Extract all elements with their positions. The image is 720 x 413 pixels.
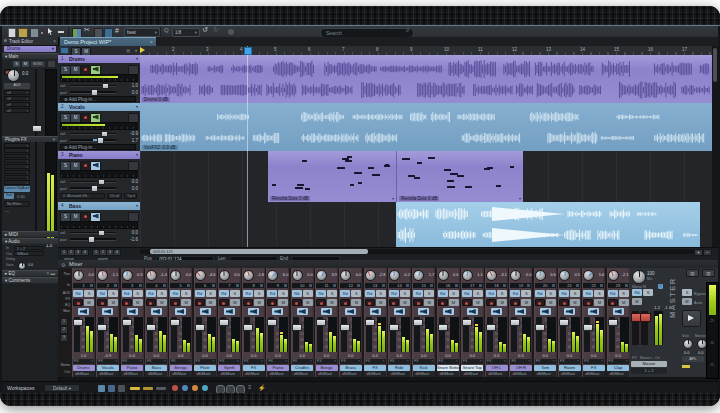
master-volume-knob[interactable] bbox=[632, 270, 646, 284]
mute-button[interactable]: M bbox=[278, 299, 288, 306]
record-button[interactable] bbox=[608, 299, 618, 306]
monitor-speaker-button[interactable] bbox=[321, 308, 332, 315]
chevron-down-icon[interactable]: ▾ bbox=[136, 56, 138, 61]
monitor-speaker-icon[interactable] bbox=[90, 65, 101, 75]
zoom-out-button[interactable]: − bbox=[703, 249, 712, 256]
mute-button[interactable]: M bbox=[157, 299, 167, 306]
clear-icon[interactable]: × bbox=[528, 359, 530, 364]
monitor-speaker-button[interactable] bbox=[102, 308, 113, 315]
section-main-header[interactable]: ▾ Main bbox=[2, 53, 58, 59]
fx-slot[interactable]: ×FX bbox=[243, 359, 264, 364]
mixer-channel-strip[interactable]: -3.1 18 Rd S M 05102040 0.0 ×FX OH L ◂St… bbox=[485, 268, 508, 377]
pan-slider[interactable]: pan1.7 bbox=[58, 137, 140, 143]
section-comments-header[interactable]: ▾ Comments bbox=[2, 277, 58, 283]
monitor-speaker-button[interactable] bbox=[613, 308, 624, 315]
fader-track[interactable] bbox=[220, 317, 226, 352]
range-bar-icon[interactable] bbox=[130, 387, 140, 390]
volume-knob[interactable] bbox=[7, 69, 20, 82]
open-folder-icon[interactable] bbox=[18, 28, 28, 38]
marker-red-icon[interactable] bbox=[172, 385, 178, 391]
monitor-speaker-button[interactable] bbox=[467, 308, 478, 315]
fader-track[interactable] bbox=[341, 317, 347, 352]
mute-button[interactable]: M bbox=[594, 299, 604, 306]
transpose-box[interactable]: Trp 0 bbox=[124, 193, 137, 199]
master-name-tag[interactable]: Master bbox=[631, 361, 667, 367]
fader-track[interactable] bbox=[511, 317, 517, 352]
fader-track[interactable] bbox=[244, 317, 250, 352]
plugin-slot[interactable] bbox=[4, 164, 30, 169]
record-button[interactable] bbox=[583, 299, 593, 306]
play-button[interactable] bbox=[682, 310, 701, 327]
monitor-speaker-button[interactable] bbox=[443, 308, 454, 315]
read-automation-button[interactable]: Rd bbox=[219, 290, 229, 297]
output-bus[interactable]: ◂StMast bbox=[243, 371, 265, 377]
fx-slot[interactable]: ×FX bbox=[438, 359, 459, 364]
fx-slot[interactable]: ×FX bbox=[73, 359, 94, 364]
fx-slot[interactable]: ×FX bbox=[170, 359, 191, 364]
read-automation-button[interactable]: Rd bbox=[535, 290, 545, 297]
workspaces-label[interactable]: Workspaces bbox=[7, 385, 34, 391]
pan-slider[interactable]: pan0.0 bbox=[58, 185, 140, 191]
track-title-bar[interactable]: 4 Bass ▾ bbox=[58, 202, 140, 210]
pan-fader-track[interactable] bbox=[35, 69, 37, 237]
help-icon[interactable] bbox=[228, 29, 234, 35]
mixer-channel-strip[interactable]: -2.1 23 Rd S M 05102040 0.0 ×FX Clap ◂St… bbox=[607, 268, 630, 377]
solo-button[interactable]: S bbox=[206, 290, 216, 297]
fx-slot[interactable]: ×FX bbox=[195, 359, 216, 364]
solo-button[interactable]: S bbox=[521, 290, 531, 297]
mixer-channel-strip[interactable]: 6.0 9 Rd S M 05102040 0.0 ×FX Piano ◂StM… bbox=[266, 268, 289, 377]
track-editor-toggle-icon[interactable] bbox=[60, 47, 69, 54]
auto-label[interactable]: Auto bbox=[694, 300, 702, 305]
bass-lane[interactable] bbox=[140, 202, 712, 247]
fx-slot[interactable]: ×FX bbox=[462, 359, 483, 364]
solo-button[interactable]: S bbox=[473, 290, 483, 297]
track-row-vocals[interactable]: 2 Vocals ▾ S M vol-0.9 pan1.7 ⊕ Add Plug… bbox=[58, 103, 140, 152]
section-eq-header[interactable]: ▸ EQ× ▬ bbox=[2, 270, 58, 276]
redo-icon[interactable]: ↻ bbox=[213, 26, 219, 34]
draw-tool-icon[interactable] bbox=[58, 31, 64, 33]
section-midi-header[interactable]: ▸ MIDI bbox=[2, 231, 58, 237]
zoom-in-button[interactable]: + bbox=[694, 249, 703, 256]
fader-track[interactable] bbox=[487, 317, 493, 352]
read-automation-button[interactable]: Rd bbox=[195, 290, 205, 297]
channel-name-tag[interactable]: Tom bbox=[534, 365, 556, 371]
fx-slot[interactable]: ×FX bbox=[389, 359, 410, 364]
monitor-solo-button[interactable]: S bbox=[682, 289, 692, 296]
mixer-channel-strip[interactable]: 0.6 20 Rd S M 05102040 0.0 ×FX Tom ◂StMa… bbox=[534, 268, 557, 377]
solo-button[interactable]: S bbox=[13, 61, 20, 67]
list-icon[interactable]: ≡ bbox=[248, 384, 252, 390]
bass-clip[interactable] bbox=[396, 202, 700, 247]
chevron-down-icon[interactable]: ▾ bbox=[136, 203, 138, 208]
range-preset-button[interactable]: 4 bbox=[81, 249, 89, 256]
channel-name-tag[interactable]: FX bbox=[364, 365, 386, 371]
mixer-channel-strip[interactable]: 0.0 1 Rd S M 05102040 1.0 ×FX Drums ◂StM… bbox=[72, 268, 95, 377]
solo-button[interactable]: S bbox=[424, 290, 434, 297]
read-automation-button[interactable]: Rd bbox=[583, 290, 593, 297]
section-plugins-header[interactable]: ▾Plugins FX bbox=[2, 136, 58, 142]
marker-blue-icon[interactable] bbox=[182, 385, 188, 391]
fader-track[interactable] bbox=[74, 317, 80, 352]
fx-slot[interactable]: ×FX bbox=[219, 359, 240, 364]
workspace-preset-dropdown[interactable]: Default ▾ bbox=[44, 384, 80, 392]
horizontal-scrollbar-thumb[interactable]: 003:01:121 bbox=[150, 249, 368, 254]
marker-flag-icon[interactable] bbox=[140, 47, 145, 53]
master-solo-button[interactable]: S bbox=[643, 289, 653, 296]
output-bus[interactable]: ◂StMast bbox=[437, 371, 459, 377]
mixer-view-button[interactable]: 3 bbox=[60, 334, 68, 342]
master-fader-left[interactable] bbox=[632, 311, 639, 345]
mixer-channel-strip[interactable]: 5.6 22 Rd S M 05102040 0.0 ×FX FX ◂StMas… bbox=[582, 268, 605, 377]
read-automation-button[interactable]: Rd bbox=[608, 290, 618, 297]
monitor-speaker-icon[interactable] bbox=[90, 212, 101, 222]
record-button[interactable] bbox=[219, 299, 229, 306]
save-icon[interactable] bbox=[30, 28, 39, 38]
read-automation-button[interactable]: Rd bbox=[365, 290, 375, 297]
read-automation-button[interactable]: Rd bbox=[243, 290, 253, 297]
output-bus[interactable]: ◂StMast bbox=[145, 371, 167, 377]
record-button[interactable] bbox=[486, 299, 496, 306]
grid-view-icon[interactable] bbox=[98, 385, 105, 392]
monitor-speaker-button[interactable] bbox=[248, 308, 259, 315]
plugin-slot[interactable] bbox=[4, 175, 30, 180]
fx-slot[interactable]: ×FX bbox=[413, 359, 434, 364]
solo-button[interactable]: S bbox=[230, 290, 240, 297]
output-bus[interactable]: ◂StMast bbox=[559, 371, 581, 377]
